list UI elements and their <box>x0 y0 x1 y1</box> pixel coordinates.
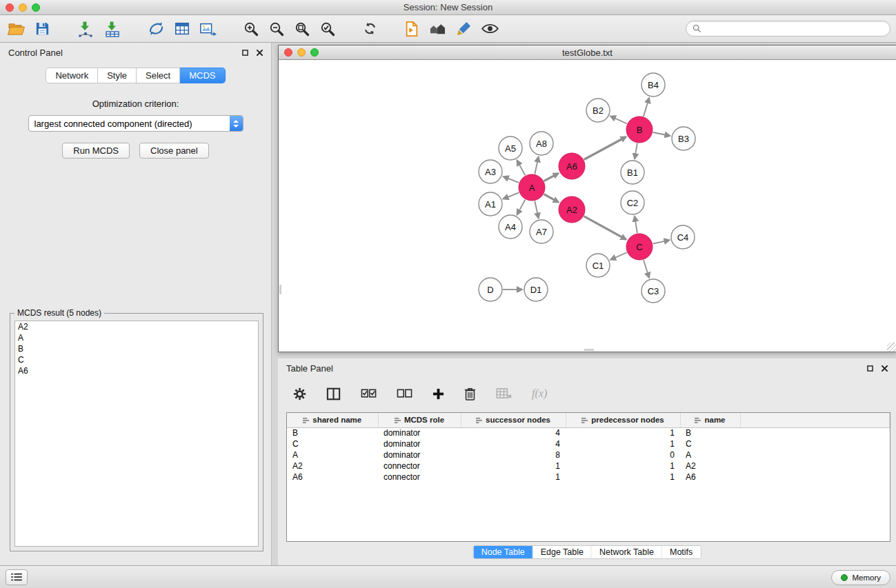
panel-list-button[interactable] <box>6 569 28 585</box>
graph-edge-C-C1[interactable] <box>610 252 627 260</box>
node-table-container[interactable]: shared nameMCDS rolesuccessor nodesprede… <box>286 412 890 542</box>
graph-node-C[interactable]: C <box>626 234 653 260</box>
close-panel-button[interactable]: Close panel <box>139 143 209 159</box>
graph-node-C4[interactable]: C4 <box>671 225 695 249</box>
close-window-button[interactable] <box>6 3 14 12</box>
criterion-dropdown[interactable]: largest connected component (directed) <box>28 115 243 132</box>
minimize-window-button[interactable] <box>19 3 27 12</box>
network-canvas[interactable]: B4B2BB3A8A5A6B1A3AC2A1A2A4A7C4CC1C3DD1 <box>279 61 896 352</box>
add-row-button[interactable] <box>431 387 446 401</box>
graph-edge-C-C3[interactable] <box>644 260 649 278</box>
style-brush-button[interactable] <box>455 19 473 38</box>
apply-layout-button[interactable] <box>361 19 379 38</box>
export-image-button[interactable] <box>198 19 218 39</box>
graph-node-A5[interactable]: A5 <box>499 136 522 160</box>
tab-select[interactable]: Select <box>137 68 180 83</box>
mcds-result-item[interactable]: A <box>15 332 258 343</box>
graph-edge-B-B4[interactable] <box>644 98 649 116</box>
graph-node-A4[interactable]: A4 <box>499 215 522 239</box>
graph-node-A[interactable]: A <box>519 174 545 201</box>
network-close-button[interactable] <box>284 48 292 57</box>
open-session-doc-button[interactable] <box>403 19 421 39</box>
table-row[interactable]: Adominator80A <box>287 449 890 460</box>
tab-mcds[interactable]: MCDS <box>180 68 225 83</box>
graph-node-A6[interactable]: A6 <box>559 153 585 179</box>
graph-node-B1[interactable]: B1 <box>621 161 644 184</box>
column-header-successor-nodes[interactable]: successor nodes <box>461 413 566 427</box>
window-resize-handle[interactable] <box>887 343 896 352</box>
graph-edge-A-A6[interactable] <box>544 173 559 181</box>
network-minimize-button[interactable] <box>297 48 306 57</box>
show-graphics-button[interactable] <box>479 21 501 36</box>
select-all-columns-button[interactable] <box>359 387 378 400</box>
graph-edge-A-A3[interactable] <box>504 176 519 183</box>
graph-node-B4[interactable]: B4 <box>641 73 665 97</box>
close-panel-icon[interactable] <box>257 46 263 59</box>
table-row[interactable]: A2connector11A2 <box>287 460 890 472</box>
table-settings-button[interactable] <box>292 386 308 402</box>
run-mcds-button[interactable]: Run MCDS <box>62 143 130 159</box>
graph-node-A8[interactable]: A8 <box>530 132 553 155</box>
delete-table-button[interactable] <box>495 386 513 401</box>
graph-node-A2[interactable]: A2 <box>559 196 585 223</box>
graph-edge-B-B3[interactable] <box>653 132 670 136</box>
tab-network-table[interactable]: Network Table <box>592 546 662 558</box>
save-session-button[interactable] <box>33 19 52 38</box>
table-row[interactable]: Cdominator41C <box>287 438 890 449</box>
new-table-button[interactable] <box>172 19 192 39</box>
graph-edge-A-A4[interactable] <box>517 200 526 215</box>
zoom-fit-button[interactable] <box>292 19 312 39</box>
mcds-result-item[interactable]: A2 <box>15 321 258 332</box>
delete-rows-button[interactable] <box>463 385 477 403</box>
zoom-out-button[interactable] <box>267 19 286 39</box>
graph-node-A7[interactable]: A7 <box>530 220 553 243</box>
graph-node-B[interactable]: B <box>626 116 653 143</box>
graph-edge-A-A5[interactable] <box>517 161 526 176</box>
apply-function-button[interactable]: f(x) <box>530 386 548 401</box>
tab-edge-table[interactable]: Edge Table <box>533 546 592 558</box>
unselect-all-columns-button[interactable] <box>395 387 414 400</box>
memory-button[interactable]: Memory <box>831 570 890 585</box>
table-row[interactable]: A6connector11A6 <box>287 472 890 483</box>
table-row[interactable]: Bdominator41B <box>287 427 890 438</box>
column-header-predecessor-nodes[interactable]: predecessor nodes <box>566 413 680 427</box>
import-table-button[interactable] <box>102 19 123 39</box>
graph-node-B3[interactable]: B3 <box>672 127 695 150</box>
graph-node-B2[interactable]: B2 <box>586 99 610 122</box>
zoom-window-button[interactable] <box>32 3 40 12</box>
tab-motifs[interactable]: Motifs <box>662 546 700 558</box>
graph-edge-A-A1[interactable] <box>504 192 519 199</box>
graph-edge-A6-B[interactable] <box>584 137 626 160</box>
tab-network[interactable]: Network <box>46 68 98 83</box>
graph-edge-C-C4[interactable] <box>653 240 670 243</box>
float-panel-icon[interactable] <box>242 46 248 59</box>
graph-edge-C-C2[interactable] <box>635 216 637 233</box>
close-panel-icon[interactable] <box>882 362 888 374</box>
column-header-MCDS-role[interactable]: MCDS role <box>378 413 461 427</box>
graph-node-D[interactable]: D <box>479 278 502 301</box>
graph-node-D1[interactable]: D1 <box>524 278 548 301</box>
graph-node-C2[interactable]: C2 <box>621 191 644 214</box>
graph-node-A1[interactable]: A1 <box>479 192 502 216</box>
show-columns-button[interactable] <box>325 386 342 402</box>
mcds-result-item[interactable]: C <box>15 354 258 365</box>
graph-edge-A-A7[interactable] <box>535 201 538 219</box>
mcds-result-item[interactable]: B <box>15 343 258 354</box>
graph-edge-A-A8[interactable] <box>535 157 538 174</box>
open-file-button[interactable] <box>6 19 27 38</box>
search-input[interactable] <box>705 24 884 34</box>
graph-node-A3[interactable]: A3 <box>479 160 502 183</box>
home-button[interactable] <box>427 19 448 38</box>
network-window-titlebar[interactable]: testGlobe.txt <box>279 45 896 60</box>
tab-node-table[interactable]: Node Table <box>474 546 533 558</box>
column-header-name[interactable]: name <box>680 413 740 427</box>
tab-style[interactable]: Style <box>98 68 137 83</box>
graph-node-C1[interactable]: C1 <box>586 254 610 277</box>
graph-edge-A-A2[interactable] <box>544 194 559 203</box>
graph-node-C3[interactable]: C3 <box>641 279 665 303</box>
network-zoom-button[interactable] <box>310 48 319 57</box>
new-network-button[interactable] <box>146 19 166 39</box>
float-panel-icon[interactable] <box>867 362 873 374</box>
zoom-selected-button[interactable] <box>318 19 337 39</box>
zoom-in-button[interactable] <box>241 19 261 39</box>
